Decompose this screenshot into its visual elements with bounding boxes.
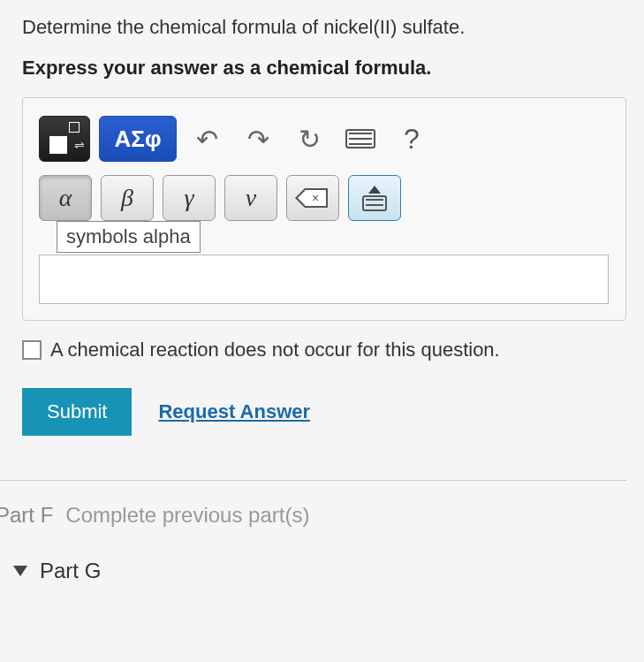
toolbar-main: ⇌ ΑΣφ ↶ ↷ ↻ ?: [39, 116, 615, 162]
greek-palette-button[interactable]: ΑΣφ: [99, 116, 177, 162]
part-f-label: Part F: [0, 503, 53, 528]
alpha-button[interactable]: α: [39, 175, 92, 221]
subscript-superscript-button[interactable]: ⇌: [39, 116, 90, 162]
part-f-row: Part F Complete previous part(s): [0, 503, 626, 528]
redo-icon: ↷: [247, 124, 269, 155]
chevron-down-icon: [13, 566, 27, 576]
undo-button[interactable]: ↶: [186, 118, 228, 160]
divider: [0, 480, 626, 481]
keyboard-button[interactable]: [339, 118, 382, 160]
no-reaction-label: A chemical reaction does not occur for t…: [50, 339, 500, 361]
backspace-icon: ×: [298, 188, 328, 208]
submit-button[interactable]: Submit: [22, 388, 132, 436]
keyboard-icon: [362, 195, 387, 211]
part-f-status: Complete previous part(s): [65, 503, 309, 528]
instruction-text: Express your answer as a chemical formul…: [22, 57, 626, 80]
reset-icon: ↻: [299, 124, 321, 155]
toolbar-greek: α β γ ν × symbols alpha: [39, 175, 615, 221]
tooltip: symbols alpha: [57, 221, 201, 253]
beta-button[interactable]: β: [101, 175, 154, 221]
chevron-up-icon: [368, 186, 381, 194]
answer-editor: ⇌ ΑΣφ ↶ ↷ ↻ ? α β γ ν: [22, 97, 626, 321]
part-g-label: Part G: [40, 559, 101, 583]
backspace-button[interactable]: ×: [286, 175, 339, 221]
no-reaction-row: A chemical reaction does not occur for t…: [22, 339, 626, 361]
keyboard-icon: [345, 129, 375, 148]
keyboard-collapse-button[interactable]: [348, 175, 401, 221]
subscript-superscript-icon: ⇌: [49, 124, 80, 154]
action-row: Submit Request Answer: [22, 388, 626, 436]
gamma-button[interactable]: γ: [163, 175, 216, 221]
answer-input[interactable]: [39, 255, 609, 304]
part-g-row[interactable]: Part G: [13, 559, 626, 583]
help-button[interactable]: ?: [390, 118, 433, 160]
redo-button[interactable]: ↷: [237, 118, 279, 160]
reset-button[interactable]: ↻: [288, 118, 330, 160]
undo-icon: ↶: [196, 124, 218, 155]
request-answer-link[interactable]: Request Answer: [158, 400, 310, 423]
question-text: Determine the chemical formula of nickel…: [22, 16, 626, 39]
nu-button[interactable]: ν: [224, 175, 277, 221]
no-reaction-checkbox[interactable]: [22, 340, 42, 360]
